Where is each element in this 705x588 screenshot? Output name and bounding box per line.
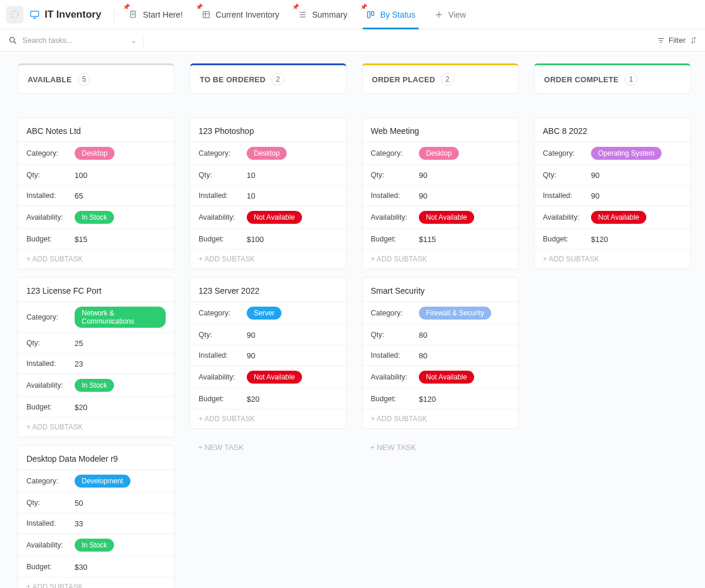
budget-value: $115 bbox=[419, 235, 436, 244]
card-row-installed: Installed:65 bbox=[18, 185, 174, 206]
svg-rect-1 bbox=[31, 11, 39, 16]
column-to-be-ordered: TO BE ORDERED2123 PhotoshopCategory:Desk… bbox=[190, 63, 347, 458]
board-icon bbox=[366, 10, 375, 19]
installed-label: Installed: bbox=[371, 191, 419, 200]
budget-value: $100 bbox=[247, 235, 264, 244]
column-title: ORDER PLACED bbox=[372, 75, 435, 84]
card-row-availability: Availability:Not Available bbox=[362, 365, 518, 388]
app-title-text: IT Inventory bbox=[45, 9, 101, 21]
add-subtask-button[interactable]: + ADD SUBTASK bbox=[18, 249, 174, 268]
installed-label: Installed: bbox=[26, 191, 75, 200]
card[interactable]: 123 PhotoshopCategory:DesktopQty:10Insta… bbox=[190, 117, 347, 269]
pin-icon: 📌 bbox=[196, 4, 203, 10]
card[interactable]: 123 Server 2022Category:ServerQty:90Inst… bbox=[190, 277, 347, 429]
installed-value: 33 bbox=[75, 519, 83, 528]
availability-label: Availability: bbox=[26, 381, 75, 389]
column-order-complete: ORDER COMPLETE1ABC 8 2022Category:Operat… bbox=[534, 63, 691, 277]
card-row-category: Category:Firewall & Security bbox=[362, 301, 518, 324]
card[interactable]: ABC Notes LtdCategory:DesktopQty:100Inst… bbox=[18, 117, 174, 269]
category-label: Category: bbox=[199, 149, 247, 157]
card[interactable]: ABC 8 2022Category:Operating SystemQty:9… bbox=[534, 117, 691, 269]
workspace-logo[interactable] bbox=[6, 6, 24, 23]
installed-value: 80 bbox=[419, 351, 427, 360]
column-header[interactable]: ORDER PLACED2 bbox=[362, 63, 519, 94]
column-available: AVAILABLE5ABC Notes LtdCategory:DesktopQ… bbox=[18, 63, 174, 588]
category-label: Category: bbox=[26, 313, 75, 321]
add-subtask-button[interactable]: + ADD SUBTASK bbox=[190, 249, 346, 268]
column-header[interactable]: ORDER COMPLETE1 bbox=[534, 63, 691, 94]
budget-value: $120 bbox=[591, 235, 608, 244]
availability-pill: In Stock bbox=[75, 211, 114, 224]
svg-point-0 bbox=[11, 11, 18, 18]
card-row-installed: Installed:90 bbox=[190, 345, 346, 365]
card-title: Web Meeting bbox=[362, 118, 518, 142]
column-count: 5 bbox=[78, 73, 90, 86]
availability-label: Availability: bbox=[371, 373, 419, 381]
availability-label: Availability: bbox=[26, 213, 75, 221]
availability-label: Availability: bbox=[26, 541, 75, 549]
category-label: Category: bbox=[371, 309, 419, 317]
card-title: ABC Notes Ltd bbox=[18, 118, 174, 142]
installed-label: Installed: bbox=[199, 351, 247, 359]
add-subtask-button[interactable]: + ADD SUBTASK bbox=[535, 249, 690, 268]
column-header[interactable]: AVAILABLE5 bbox=[18, 63, 174, 94]
budget-value: $15 bbox=[75, 235, 88, 244]
add-subtask-button[interactable]: + ADD SUBTASK bbox=[362, 249, 518, 268]
svg-rect-3 bbox=[203, 11, 210, 18]
list-icon bbox=[298, 10, 307, 19]
card[interactable]: Desktop Data Modeler r9Category:Developm… bbox=[18, 445, 174, 588]
card-row-budget: Budget:$30 bbox=[18, 556, 174, 577]
card-row-availability: Availability:In Stock bbox=[18, 206, 174, 229]
tab-start-here-[interactable]: 📌Start Here! bbox=[119, 0, 192, 29]
card-row-installed: Installed:90 bbox=[535, 185, 690, 206]
card-row-category: Category:Desktop bbox=[190, 142, 346, 164]
new-task-button[interactable]: + NEW TASK bbox=[362, 437, 519, 458]
card-title: 123 Server 2022 bbox=[190, 278, 346, 301]
qty-label: Qty: bbox=[26, 499, 75, 507]
budget-label: Budget: bbox=[543, 235, 591, 243]
availability-label: Availability: bbox=[371, 213, 419, 221]
tab-label: Summary bbox=[312, 10, 347, 19]
availability-pill: Not Available bbox=[591, 211, 646, 224]
budget-label: Budget: bbox=[199, 235, 247, 243]
category-pill: Desktop bbox=[75, 147, 115, 160]
budget-label: Budget: bbox=[26, 403, 75, 411]
divider bbox=[143, 34, 143, 47]
tab-current-inventory[interactable]: 📌Current Inventory bbox=[192, 0, 288, 29]
budget-value: $120 bbox=[419, 395, 436, 404]
qty-value: 90 bbox=[247, 331, 255, 340]
expand-icon[interactable]: ⇵ bbox=[690, 36, 697, 45]
card-row-budget: Budget:$20 bbox=[190, 388, 346, 409]
tab-label: Current Inventory bbox=[216, 10, 279, 19]
qty-label: Qty: bbox=[371, 331, 419, 339]
add-subtask-button[interactable]: + ADD SUBTASK bbox=[362, 409, 518, 428]
card[interactable]: Smart SecurityCategory:Firewall & Securi… bbox=[362, 277, 519, 429]
add-subtask-button[interactable]: + ADD SUBTASK bbox=[190, 409, 346, 428]
app-title[interactable]: IT Inventory bbox=[29, 9, 101, 21]
budget-value: $20 bbox=[247, 395, 260, 404]
divider bbox=[114, 7, 115, 22]
column-header[interactable]: TO BE ORDERED2 bbox=[190, 63, 347, 94]
column-title: TO BE ORDERED bbox=[200, 75, 266, 84]
tab-view[interactable]: View bbox=[425, 0, 475, 29]
filter-label: Filter bbox=[669, 36, 686, 45]
card[interactable]: Web MeetingCategory:DesktopQty:90Install… bbox=[362, 117, 519, 269]
card-row-qty: Qty:80 bbox=[362, 324, 518, 345]
filter-button[interactable]: Filter bbox=[657, 36, 686, 45]
card-row-budget: Budget:$120 bbox=[535, 229, 690, 249]
card-row-availability: Availability:Not Available bbox=[190, 365, 346, 388]
add-subtask-button[interactable]: + ADD SUBTASK bbox=[18, 577, 174, 588]
tab-by-status[interactable]: 📌By Status bbox=[357, 0, 425, 29]
search-input[interactable] bbox=[22, 36, 128, 45]
budget-label: Budget: bbox=[26, 563, 75, 571]
card-title: ABC 8 2022 bbox=[535, 118, 690, 142]
card-row-category: Category:Development bbox=[18, 469, 174, 492]
card-row-budget: Budget:$20 bbox=[18, 397, 174, 417]
add-subtask-button[interactable]: + ADD SUBTASK bbox=[18, 417, 174, 436]
card-row-availability: Availability:Not Available bbox=[535, 206, 690, 229]
card[interactable]: 123 License FC PortCategory:Network & Co… bbox=[18, 277, 174, 437]
chevron-down-icon[interactable]: ⌄ bbox=[130, 36, 137, 45]
new-task-button[interactable]: + NEW TASK bbox=[190, 437, 347, 458]
tab-summary[interactable]: 📌Summary bbox=[288, 0, 357, 29]
column-count: 2 bbox=[271, 73, 284, 86]
